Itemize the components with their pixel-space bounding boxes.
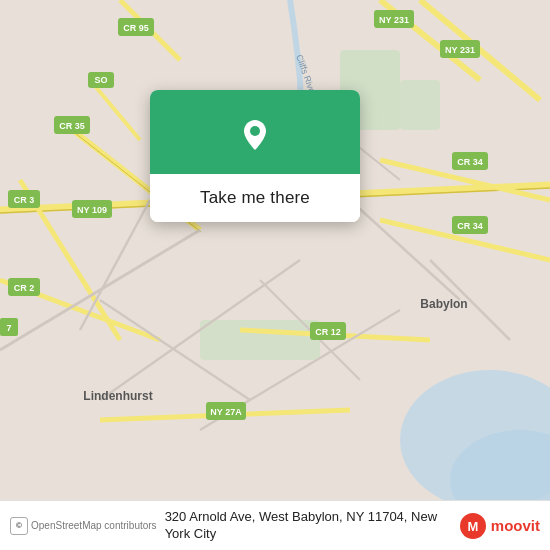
svg-text:CR 3: CR 3 [14, 195, 35, 205]
svg-text:CR 35: CR 35 [59, 121, 85, 131]
take-me-there-button[interactable]: Take me there [150, 174, 360, 222]
bottom-bar: © OpenStreetMap contributors 320 Arnold … [0, 500, 550, 550]
address-text: 320 Arnold Ave, West Babylon, NY 11704, … [165, 509, 451, 543]
location-pin-icon [233, 112, 277, 156]
svg-text:Lindenhurst: Lindenhurst [83, 389, 152, 403]
svg-text:CR 12: CR 12 [315, 327, 341, 337]
svg-text:7: 7 [6, 323, 11, 333]
svg-point-60 [250, 126, 260, 136]
map-container: CR 95 NY 231 NY 231 SO CR 35 NY 109 CR 3… [0, 0, 550, 500]
popup-green-area [150, 90, 360, 174]
svg-text:M: M [467, 519, 478, 534]
svg-text:SO: SO [94, 75, 107, 85]
svg-rect-5 [200, 320, 320, 360]
osm-text: OpenStreetMap contributors [31, 520, 157, 531]
moovit-logo: M moovit [459, 512, 540, 540]
moovit-icon: M [459, 512, 487, 540]
svg-text:NY 109: NY 109 [77, 205, 107, 215]
svg-text:CR 2: CR 2 [14, 283, 35, 293]
osm-attribution: © OpenStreetMap contributors [10, 517, 157, 535]
svg-text:CR 34: CR 34 [457, 221, 483, 231]
moovit-label: moovit [491, 517, 540, 534]
svg-text:CR 34: CR 34 [457, 157, 483, 167]
svg-text:NY 27A: NY 27A [210, 407, 242, 417]
popup-card: Take me there [150, 90, 360, 222]
svg-rect-4 [400, 80, 440, 130]
svg-text:CR 95: CR 95 [123, 23, 149, 33]
svg-text:NY 231: NY 231 [445, 45, 475, 55]
svg-text:Babylon: Babylon [420, 297, 467, 311]
osm-logo-mark: © [10, 517, 28, 535]
svg-text:NY 231: NY 231 [379, 15, 409, 25]
